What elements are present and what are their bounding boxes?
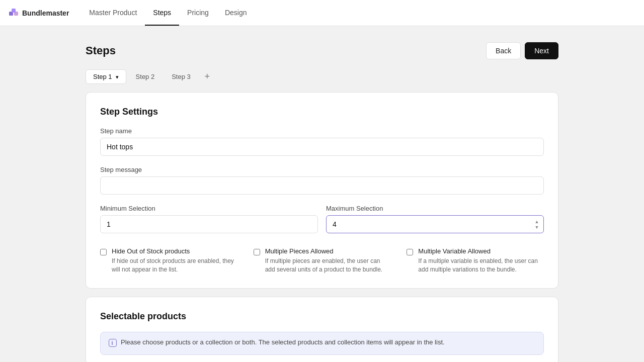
logo-icon [8,8,19,19]
checkbox-hide-oos: Hide Out of Stock products If hide out o… [100,247,237,274]
page-title: Steps [86,44,116,57]
multiple-variable-checkbox[interactable] [407,248,413,256]
step-message-input[interactable] [100,176,544,195]
info-icon: i [109,339,117,348]
selection-range-row: Minimum Selection Maximum Selection ▲ ▼ [100,205,544,243]
hide-oos-label: Hide Out of Stock products [112,247,237,255]
multiple-pieces-checkbox[interactable] [254,248,260,256]
step-tab-3[interactable]: Step 3 [164,69,198,84]
hide-oos-checkbox[interactable] [100,248,107,256]
spinbox-up-arrow[interactable]: ▲ [533,219,541,224]
main-content: Steps Back Next Step 1 Step 2 Step 3 + S… [45,26,599,362]
top-navigation: Bundlemaster Master Product Steps Pricin… [0,0,644,26]
selectable-products-card: Selectable products i Please choose prod… [86,297,558,362]
app-logo: Bundlemaster [8,8,69,19]
hide-oos-desc: If hide out of stock products are enable… [112,257,237,274]
step-message-group: Step message [100,166,544,195]
spinbox-down-arrow[interactable]: ▼ [533,225,541,230]
checkbox-multiple-variable: Multiple Variable Allowed If a multiple … [407,247,544,274]
step-settings-title: Step Settings [100,107,544,117]
checkbox-group: Hide Out of Stock products If hide out o… [100,247,544,274]
selectable-products-title: Selectable products [100,311,544,322]
nav-item-design[interactable]: Design [217,0,255,26]
nav-item-steps[interactable]: Steps [145,0,179,26]
svg-text:i: i [112,340,113,346]
back-button[interactable]: Back [486,42,521,59]
min-selection-input[interactable] [100,215,318,233]
info-banner: i Please choose products or a collection… [100,332,544,355]
max-selection-input[interactable] [326,215,544,233]
step-name-input[interactable] [100,138,544,156]
min-selection-group: Minimum Selection [100,205,318,233]
page-header: Steps Back Next [86,42,558,59]
step-message-label: Step message [100,166,544,173]
checkbox-multiple-pieces: Multiple Pieces Allowed If multiple piec… [254,247,391,274]
min-selection-label: Minimum Selection [100,205,318,212]
multiple-variable-desc: If a multiple variable is enabled, the u… [418,257,544,274]
spinbox-arrows: ▲ ▼ [533,219,541,230]
max-selection-label: Maximum Selection [326,205,544,212]
next-button[interactable]: Next [525,42,558,59]
step-tab-1[interactable]: Step 1 [86,69,126,84]
step-tab-2[interactable]: Step 2 [128,69,163,84]
step-settings-card: Step Settings Step name Step message Min… [86,92,558,289]
step-name-group: Step name [100,127,544,156]
nav-item-pricing[interactable]: Pricing [179,0,217,26]
max-selection-group: Maximum Selection ▲ ▼ [326,205,544,233]
multiple-variable-label: Multiple Variable Allowed [418,247,544,255]
add-step-button[interactable]: + [200,70,214,84]
app-name: Bundlemaster [22,9,69,17]
multiple-pieces-label: Multiple Pieces Allowed [265,247,391,255]
info-message: Please choose products or a collection o… [121,338,445,346]
nav-item-master-product[interactable]: Master Product [81,0,145,26]
multiple-pieces-desc: If multiple pieces are enabled, the user… [265,257,391,274]
svg-rect-2 [12,9,16,13]
step-name-label: Step name [100,127,544,135]
nav-items: Master Product Steps Pricing Design [81,0,255,26]
step-tabs: Step 1 Step 2 Step 3 + [86,69,558,84]
header-buttons: Back Next [486,42,558,59]
step1-chevron-icon [114,73,119,80]
max-selection-spinbox: ▲ ▼ [326,215,544,233]
